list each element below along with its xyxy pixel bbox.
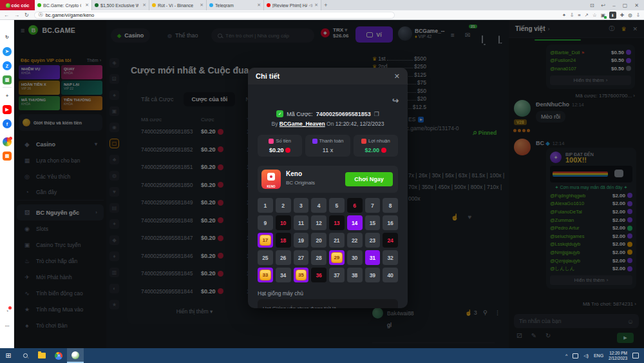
- keno-number: 34: [276, 268, 291, 282]
- games-icon[interactable]: ▧: [3, 75, 12, 84]
- new-tab-button[interactable]: +: [321, 0, 330, 10]
- coccoc-taskbar-icon[interactable]: [67, 348, 84, 363]
- facebook-icon[interactable]: f: [3, 119, 12, 128]
- messenger-icon[interactable]: ➤: [3, 47, 12, 56]
- tab-close-icon[interactable]: ✕: [257, 3, 261, 8]
- download-page-icon[interactable]: ⇩: [570, 12, 574, 18]
- address-field[interactable]: Ⓐ bc.game/vi/game/keno: [34, 12, 395, 19]
- back-icon[interactable]: ←: [4, 12, 9, 18]
- clock[interactable]: 12:20 PM 2/12/2023: [609, 351, 627, 361]
- network-icon[interactable]: [573, 353, 578, 358]
- taskbar-search-icon[interactable]: [17, 348, 33, 363]
- bet-details-modal: Chi tiết ✕ ↪ ✓ Mã Cược: 7400025069558185…: [248, 68, 408, 308]
- downloader-icon[interactable]: ⬇: [609, 12, 616, 19]
- minimize-button[interactable]: –: [612, 3, 615, 8]
- keno-cell: 25: [258, 250, 273, 265]
- browser-tab[interactable]: BC.Game: Crypto Casino Gan ✕: [35, 0, 92, 10]
- stat-value: $2.00: [365, 147, 380, 153]
- keno-cell: 34: [276, 268, 291, 282]
- keno-cell: 10: [276, 215, 291, 230]
- trx-coin-icon: [381, 148, 386, 153]
- stat-label: Thanh toán: [319, 138, 344, 144]
- zalo-icon[interactable]: Z: [3, 61, 12, 70]
- stat-value: 11 x: [323, 147, 333, 153]
- pin-window-icon[interactable]: ↩: [601, 3, 606, 8]
- game-name: Keno: [286, 170, 302, 177]
- keno-number: 11: [294, 215, 309, 230]
- keno-number: 27: [294, 250, 309, 265]
- bettor-name[interactable]: BCGame_Heaven: [279, 121, 325, 127]
- stat-value: $0.20: [269, 147, 284, 153]
- keno-cell: 1: [258, 198, 273, 213]
- game-card: KENO Keno BC Originals Chơi Ngay: [258, 166, 398, 193]
- profile-icon[interactable]: ◍: [628, 12, 632, 18]
- extension-icon[interactable]: ✚: [620, 12, 624, 18]
- keno-cell: 2: [276, 198, 291, 213]
- volume-icon[interactable]: ◁): [583, 353, 589, 358]
- translate-icon[interactable]: ≡: [578, 12, 580, 18]
- browser-urlbar: ← → ↻ Ⓐ bc.game/vi/game/keno ✦ ⇩ ≡ ↗ ☆ ▣…: [0, 10, 644, 20]
- keno-grid: 1 2 3 4: [258, 198, 398, 282]
- tab-close-icon[interactable]: ✕: [314, 3, 318, 8]
- add-shortcut-icon[interactable]: +: [3, 91, 12, 100]
- hidden-icons-chevron[interactable]: ^: [565, 353, 567, 358]
- start-button[interactable]: ⊞: [0, 348, 17, 363]
- keno-cell: 29: [329, 250, 345, 265]
- keno-number: 15: [365, 215, 381, 230]
- keno-number: 24: [383, 233, 398, 248]
- bookmark-star-icon[interactable]: ☆: [592, 12, 597, 18]
- key-icon[interactable]: ✦: [562, 12, 566, 18]
- site-info-icon[interactable]: Ⓐ: [39, 12, 43, 18]
- maximize-button[interactable]: ▢: [623, 3, 628, 8]
- browser-toolbar-icons: ✦ ⇩ ≡ ↗ ☆ ▣ ⬇ ✚ ◍ ⇩: [562, 12, 640, 19]
- tab-close-icon[interactable]: ✕: [85, 3, 89, 8]
- browser-sidebar: ↻ ➤ Z ▧ + ▶ f ▤ ◔ ⋯: [0, 20, 14, 348]
- tab-close-icon[interactable]: ✕: [200, 3, 204, 8]
- server-seed-field[interactable]: Hạt Giống vẫn chưa được tiết lộ: [258, 299, 398, 308]
- history-icon[interactable]: ↻: [3, 33, 12, 42]
- keno-number: 26: [276, 250, 291, 265]
- share-icon[interactable]: ↗: [585, 12, 589, 18]
- language-indicator[interactable]: ENG: [594, 353, 603, 358]
- modal-close-icon[interactable]: ✕: [394, 72, 400, 81]
- keno-number: 21: [329, 233, 345, 248]
- keno-game-icon[interactable]: KENO: [261, 170, 281, 189]
- stat-icon: [269, 139, 274, 144]
- keno-cell: 17: [258, 233, 273, 248]
- share-icon[interactable]: ↪: [392, 96, 399, 105]
- browser-tab[interactable]: $1,500 Exclusive Weekend K ✕: [92, 0, 149, 10]
- youtube-icon[interactable]: ▶: [3, 105, 12, 114]
- close-button[interactable]: ✕: [634, 3, 639, 8]
- keno-cell: 20: [311, 233, 327, 248]
- keno-number: 32: [383, 250, 398, 265]
- chrome-icon[interactable]: [50, 348, 67, 363]
- tab-close-icon[interactable]: ✕: [142, 3, 146, 8]
- adblock-icon[interactable]: ▣: [601, 12, 605, 18]
- keno-number: 16: [383, 215, 398, 230]
- browser-tab[interactable]: Telegram ✕: [207, 0, 264, 10]
- tab-favicon: [95, 3, 99, 7]
- cart-icon[interactable]: ▤: [3, 152, 12, 161]
- divider: [3, 87, 12, 88]
- forward-icon[interactable]: →: [14, 12, 19, 18]
- action-center-icon[interactable]: [632, 353, 639, 358]
- tab-search-icon[interactable]: ⊡: [590, 3, 594, 8]
- keno-cell: 35: [294, 268, 309, 282]
- keno-number: 17: [260, 235, 271, 246]
- keno-cell: 27: [294, 250, 309, 265]
- downloads-icon[interactable]: ⇩: [636, 12, 640, 18]
- bet-meta-row: By BCGame_Heaven On 12:20:42, 12/2/2023: [248, 121, 408, 127]
- reload-icon[interactable]: ↻: [24, 12, 29, 18]
- tab-list: BC.Game: Crypto Casino Gan ✕ $1,500 Excl…: [35, 0, 321, 10]
- keno-number: 7: [365, 198, 381, 213]
- die-graphic: [267, 173, 275, 181]
- browser-tab[interactable]: Rút - Ví - Binance ✕: [149, 0, 207, 10]
- notification-bell-icon[interactable]: ◔: [3, 306, 12, 315]
- file-explorer-icon[interactable]: [33, 348, 50, 363]
- pie-app-icon[interactable]: [3, 137, 12, 146]
- copy-icon[interactable]: ❐: [374, 111, 379, 117]
- more-dots-icon[interactable]: ⋯: [3, 322, 12, 331]
- on-label: On: [327, 121, 334, 127]
- play-now-button[interactable]: Chơi Ngay: [345, 172, 393, 186]
- browser-tab[interactable]: [Review Phim] HÀO QUA ◁) ✕: [264, 0, 321, 10]
